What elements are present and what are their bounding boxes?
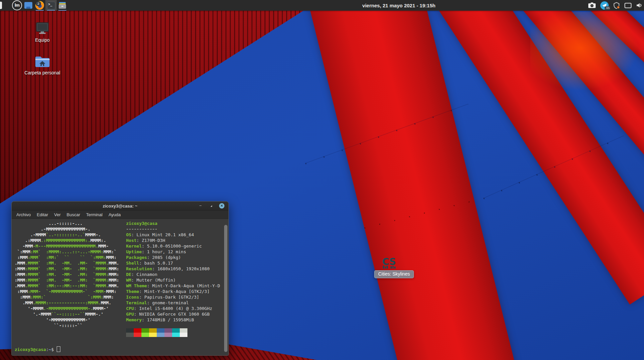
tooltip: Cities: Skylines <box>374 270 414 278</box>
menu-buscar[interactable]: Buscar <box>64 212 83 217</box>
palette-swatch <box>157 333 164 337</box>
neofetch-row-packages: Packages: 2085 (dpkg) <box>126 255 223 260</box>
palette-row-normal <box>126 328 223 333</box>
neofetch-row-theme: Theme: Mint-Y-Dark-Aqua [GTK2/3] <box>126 289 223 294</box>
screenshot-tray-button[interactable] <box>588 2 596 8</box>
window-controls: − ✕ <box>198 202 224 210</box>
palette-swatch <box>134 328 141 333</box>
prompt-colon: : <box>46 347 49 352</box>
desktop-icon-home-folder[interactable]: Carpeta personal <box>22 55 63 75</box>
edge-applet-icon <box>0 2 2 9</box>
neofetch-row-wm-theme: WM Theme: Mint-Y-Dark-Aqua (Mint-Y-D <box>126 283 223 289</box>
home-folder-icon <box>35 55 50 68</box>
palette-swatch <box>126 333 134 337</box>
menu-archivo[interactable]: Archivo <box>13 212 34 217</box>
shell-prompt: zicoxy3@casa:~$ <box>15 346 60 352</box>
menu-editar[interactable]: Editar <box>34 212 51 217</box>
terminal-window: zicoxy3@casa: ~ − ✕ ArchivoEditarVerBusc… <box>11 201 229 356</box>
close-button[interactable]: ✕ <box>219 203 224 209</box>
terminal-content[interactable]: ...-:::::-... .-MMMMMMMMMMMMMMM-. .-MMMM… <box>12 219 228 355</box>
neofetch-row-shell: Shell: bash 5.0.17 <box>126 260 223 266</box>
neofetch-row-host: Host: Z170M-D3H <box>126 238 223 243</box>
palette-swatch <box>141 333 149 337</box>
palette-swatch <box>141 328 149 333</box>
neofetch-row-kernel: Kernel: 5.10.0-051000-generic <box>126 243 223 249</box>
neofetch-info: zicoxy3@casa ------------ OS: Linux Mint… <box>126 221 223 337</box>
neofetch-rows: OS: Linux Mint 20.1 x86_64Host: Z170M-D3… <box>126 232 223 323</box>
edge-applet-button[interactable] <box>0 0 11 11</box>
camera-icon <box>588 2 596 8</box>
panel-system-tray: .65 <box>588 0 643 11</box>
menu-ayuda[interactable]: Ayuda <box>105 212 124 217</box>
window-title: zicoxy3@casa: ~ <box>103 204 137 209</box>
desktop-icon-cities-skylines[interactable]: CS <box>375 256 405 270</box>
palette-swatch <box>172 328 180 333</box>
palette-swatch <box>149 328 157 333</box>
menu-terminal[interactable]: Terminal <box>83 212 105 217</box>
svg-text:CS: CS <box>382 256 396 267</box>
update-manager-tray-button[interactable] <box>613 2 620 9</box>
palette-swatch <box>180 333 187 337</box>
terminal-cursor <box>57 346 60 352</box>
computer-icon <box>35 22 50 35</box>
neofetch-row-de: DE: Cinnamon <box>126 272 223 277</box>
show-desktop-button[interactable] <box>23 0 34 11</box>
neofetch-row-os: OS: Linux Mint 20.1 x86_64 <box>126 232 223 238</box>
files-taskbar-button[interactable] <box>57 0 68 11</box>
neofetch-separator: ------------ <box>126 226 223 232</box>
speaker-icon <box>636 2 643 8</box>
restore-button[interactable] <box>208 203 214 209</box>
prompt-user-host: zicoxy3@casa <box>15 347 46 352</box>
neofetch-row-terminal: Terminal: gnome-terminal <box>126 300 223 306</box>
terminal-color-palette <box>126 328 223 337</box>
display-icon <box>624 3 632 8</box>
mint-menu-button[interactable]: lm <box>11 0 23 11</box>
terminal-menubar: ArchivoEditarVerBuscarTerminalAyuda <box>12 211 228 219</box>
update-available-dot <box>617 6 620 9</box>
mint-logo-icon: lm <box>12 0 22 10</box>
desktop-icon-computer[interactable]: Equipo <box>22 22 63 43</box>
minimize-button[interactable]: − <box>198 203 203 209</box>
firefox-window-count-badge: 2 <box>36 1 41 6</box>
display-settings-tray-button[interactable] <box>624 3 632 8</box>
rivet-row <box>364 200 475 229</box>
menu-ver[interactable]: Ver <box>51 212 64 217</box>
palette-swatch <box>149 333 157 337</box>
neofetch-row-memory: Memory: 1748MiB / 15958MiB <box>126 317 223 323</box>
palette-swatch <box>164 328 172 333</box>
firefox-taskbar-button[interactable]: 2 <box>34 0 45 11</box>
panel-left-zone: lm 2 >_ <box>0 0 68 11</box>
neofetch-row-cpu: CPU: Intel i5-6400 (4) @ 3.300GHz <box>126 306 223 311</box>
top-panel: lm 2 >_ v <box>0 0 644 11</box>
neofetch-user-host: zicoxy3@casa <box>126 221 223 226</box>
show-desktop-icon <box>24 2 32 9</box>
desktop-icon-label: Equipo <box>35 37 50 43</box>
shield-icon <box>613 2 620 9</box>
palette-swatch <box>172 333 180 337</box>
neofetch-row-icons: Icons: Papirus-Dark [GTK2/3] <box>126 294 223 300</box>
desktop-screen: Equipo Carpeta personal CS Cities: Skyli… <box>0 0 644 360</box>
palette-swatch <box>126 328 134 333</box>
restore-icon <box>209 204 213 208</box>
neofetch-row-gpu: GPU: NVIDIA GeForce GTX 1060 6GB <box>126 311 223 317</box>
window-titlebar[interactable]: zicoxy3@casa: ~ − ✕ <box>12 202 228 211</box>
neofetch-row-wm: WM: Mutter (Muffin) <box>126 277 223 283</box>
firefox-icon: 2 <box>35 1 44 10</box>
panel-clock[interactable]: viernes, 21 mayo 2021 - 19:15h <box>362 0 435 11</box>
cities-skylines-logo-icon: CS <box>382 256 398 270</box>
terminal-icon: >_ <box>47 2 55 9</box>
telegram-badge: .65 <box>605 6 610 10</box>
palette-swatch <box>134 333 141 337</box>
terminal-scrollbar[interactable] <box>224 225 227 352</box>
prompt-dollar: $ <box>51 347 54 352</box>
palette-swatch <box>157 328 164 333</box>
neofetch-row-uptime: Uptime: 1 hour, 12 mins <box>126 249 223 255</box>
neofetch-row-resolution: Resolution: 1680x1050, 1920x1080 <box>126 266 223 272</box>
palette-row-bright <box>126 333 223 337</box>
volume-tray-button[interactable] <box>636 2 643 8</box>
desktop-icon-label: Carpeta personal <box>24 70 60 75</box>
wallpaper-orange-glow <box>530 12 640 92</box>
telegram-tray-button[interactable]: .65 <box>600 1 609 10</box>
terminal-taskbar-button[interactable]: >_ <box>45 0 57 11</box>
palette-swatch <box>164 333 172 337</box>
